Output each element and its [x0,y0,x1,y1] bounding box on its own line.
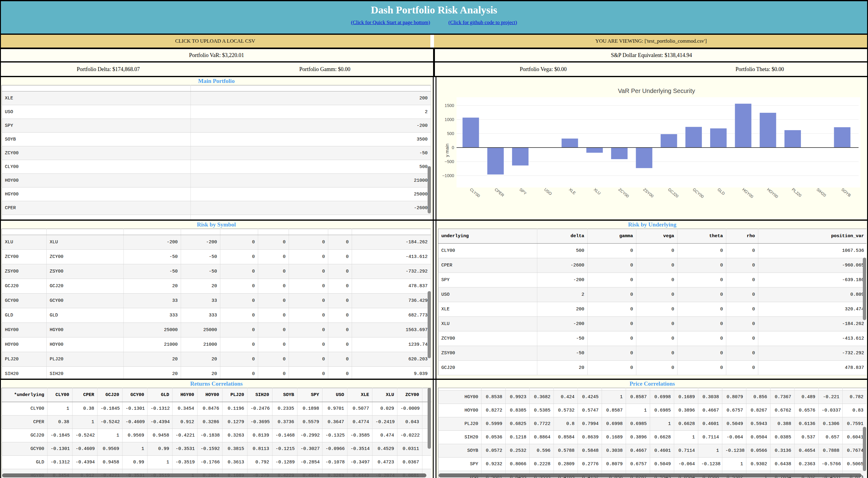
table-cell[interactable]: XLU [46,235,124,250]
table-cell[interactable]: 0 [258,264,289,279]
table-cell[interactable]: 1 [148,456,173,469]
table-cell[interactable]: GLD [46,308,124,323]
table-cell[interactable]: -50 [537,346,588,361]
table-cell[interactable]: 0.6757 [626,457,650,471]
table-cell[interactable] [289,229,328,235]
table-cell[interactable]: 0.6628 [674,417,698,431]
table-cell[interactable]: -0.2419 [372,416,397,429]
table-cell[interactable]: -200 [537,317,588,331]
table-cell[interactable]: ZCY00 [438,331,537,346]
horizontal-scrollbar[interactable] [439,473,862,477]
table-cell[interactable] [818,388,843,390]
table-cell[interactable]: -50 [537,331,588,346]
table-cell[interactable]: -0 [423,456,432,469]
table-cell[interactable]: 0.3286 [197,416,222,429]
table-cell[interactable]: 0.029 [372,402,397,416]
table-cell[interactable]: 0.5049 [650,457,674,471]
table-cell[interactable]: 0.1689 [674,390,698,404]
table-cell[interactable]: 20 [124,352,181,367]
table-cell[interactable]: 0.2776 [578,457,602,471]
table-cell[interactable]: 0 [258,337,289,352]
table-cell[interactable]: 0.0311 [397,442,423,456]
table-cell[interactable]: GCY00 [2,442,48,456]
table-cell[interactable]: 0 [678,317,726,331]
table-cell[interactable]: 0.6825 [506,417,530,431]
table-cell[interactable]: SOYB [438,444,482,457]
table-cell[interactable] [124,229,181,235]
table-cell[interactable]: 0.9569 [123,429,148,442]
table-cell[interactable]: -200 [124,235,181,250]
table-cell[interactable] [650,388,674,390]
table-cell[interactable]: 500 [537,244,588,258]
table-cell[interactable]: 0.8864 [530,431,554,444]
vertical-scrollbar-thumb[interactable] [428,166,431,213]
table-cell[interactable]: CPER [2,416,48,429]
table-cell[interactable]: 0 [726,288,758,302]
table-cell[interactable]: 0 [726,258,758,273]
table-cell[interactable]: SPY [438,273,537,288]
table-cell[interactable]: 0.3038 [602,444,626,457]
table-cell[interactable]: 478.837 [352,279,431,294]
table-cell[interactable]: 0 [328,367,352,379]
table-cell[interactable]: 0.1898 [298,402,322,416]
table-cell[interactable]: -0.1289 [273,456,298,469]
table-cell[interactable]: HGY00 [438,390,482,404]
table-cell[interactable]: 0 [678,361,726,375]
table-cell[interactable]: 0.4667 [698,404,722,417]
table-cell[interactable]: 0.792 [247,456,273,469]
table-cell[interactable]: -732.292 [758,346,867,361]
table-cell[interactable]: -50 [181,250,220,264]
table-cell[interactable]: 0 [637,273,678,288]
table-cell[interactable]: 1 [674,431,698,444]
table-cell[interactable]: -0.3497 [347,456,372,469]
table-cell[interactable]: 21000 [124,337,181,352]
table-cell[interactable]: 0.043 [397,416,423,429]
table-cell[interactable]: 0 [289,294,328,308]
table-cell[interactable]: 1 [602,390,626,404]
table-cell[interactable]: -0.0009 [397,402,423,416]
table-cell[interactable]: CLY00 [2,402,48,416]
table-cell[interactable]: 0.809 [758,288,867,302]
table-cell[interactable]: USO [2,105,191,119]
table-cell[interactable]: 0.2363 [795,457,818,471]
table-cell[interactable]: PLJ20 [438,417,482,431]
table-cell[interactable]: 0.2809 [554,457,578,471]
table-cell[interactable]: -0.1838 [197,429,222,442]
table-cell[interactable]: 0.7114 [698,431,722,444]
table-cell[interactable]: 0 [258,367,289,379]
table-cell[interactable]: 2 [191,105,431,119]
table-cell[interactable]: 0.537 [795,431,818,444]
horizontal-scrollbar[interactable] [2,473,426,477]
table-cell[interactable]: 0.5732 [554,404,578,417]
table-cell[interactable]: 20 [537,361,588,375]
table-cell[interactable]: -50 [124,264,181,279]
quick-start-link[interactable]: (Click for Quick Start at page bottom) [351,20,430,25]
table-cell[interactable]: -50 [124,250,181,264]
table-cell[interactable]: 0 [220,337,258,352]
table-cell[interactable]: 25000 [181,323,220,337]
table-cell[interactable]: 0 [220,294,258,308]
table-cell[interactable]: 0.38 [72,402,97,416]
table-cell[interactable] [482,388,506,390]
table-cell[interactable]: 0 [678,258,726,273]
table-cell[interactable]: -0.3514 [347,442,372,456]
table-cell[interactable]: 0.0367 [397,456,423,469]
table-cell[interactable]: 0 [289,323,328,337]
table-cell[interactable]: CLY00 [2,160,191,174]
table-cell[interactable]: HGY00 [2,323,46,337]
table-cell[interactable]: XLE [438,302,537,317]
table-cell[interactable]: -50 [191,146,431,160]
table-cell[interactable]: 0 [637,346,678,361]
table-cell[interactable]: -184.262 [758,317,867,331]
vertical-scrollbar-thumb[interactable] [428,291,431,358]
table-cell[interactable]: 1 [97,429,123,442]
table-cell[interactable]: -0.2992 [298,429,322,442]
table-cell[interactable]: -200 [537,273,588,288]
table-cell[interactable]: 0.6985 [626,417,650,431]
table-cell[interactable]: 0.8139 [247,429,273,442]
table-cell[interactable]: 1 [650,417,674,431]
table-cell[interactable]: 0 [588,317,637,331]
table-cell[interactable]: 0.6757 [722,404,746,417]
table-cell[interactable]: HOY00 [46,337,124,352]
table-cell[interactable]: 0 [678,302,726,317]
